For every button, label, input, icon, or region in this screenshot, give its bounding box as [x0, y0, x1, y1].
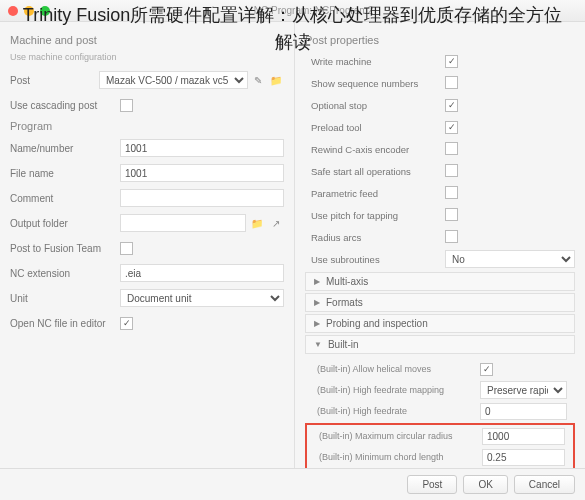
chevron-down-icon: ▼: [314, 340, 322, 349]
radius-label: Radius arcs: [305, 232, 445, 243]
comment-row: Comment: [10, 188, 284, 208]
team-checkbox[interactable]: [120, 242, 133, 255]
safestart-label: Safe start all operations: [305, 166, 445, 177]
unit-label: Unit: [10, 293, 120, 304]
chevron-right-icon: ▶: [314, 298, 320, 307]
accordion-builtin[interactable]: ▼Built-in: [305, 335, 575, 354]
file-input[interactable]: [120, 164, 284, 182]
comment-input[interactable]: [120, 189, 284, 207]
file-row: File name: [10, 163, 284, 183]
bi-feedmap-select[interactable]: Preserve rapid moven: [480, 381, 567, 399]
writemach-label: Write machine: [305, 56, 445, 67]
subr-select[interactable]: No: [445, 250, 575, 268]
subr-label: Use subroutines: [305, 254, 445, 265]
open-label: Open NC file in editor: [10, 318, 120, 329]
rewind-checkbox[interactable]: [445, 142, 458, 155]
browse-folder-icon[interactable]: 📁: [249, 215, 265, 231]
accordion-formats[interactable]: ▶Formats: [305, 293, 575, 312]
accordion-formats-label: Formats: [326, 297, 363, 308]
param-checkbox[interactable]: [445, 186, 458, 199]
bi-highfeed-input[interactable]: [480, 403, 567, 420]
comment-label: Comment: [10, 193, 120, 204]
team-label: Post to Fusion Team: [10, 243, 120, 254]
dialog-content: Machine and post Use machine configurati…: [0, 22, 585, 468]
name-label: Name/number: [10, 143, 120, 154]
highlighted-settings: (Built-in) Maximum circular radius (Buil…: [305, 423, 575, 468]
post-label: Post: [10, 75, 99, 86]
accordion-probing-label: Probing and inspection: [326, 318, 428, 329]
preload-checkbox[interactable]: [445, 121, 458, 134]
bi-maxrad-input[interactable]: [482, 428, 565, 445]
output-label: Output folder: [10, 218, 120, 229]
program-section-title: Program: [10, 120, 284, 132]
right-panel: Post properties Write machine Show seque…: [295, 22, 585, 468]
safestart-checkbox[interactable]: [445, 164, 458, 177]
bi-helical-checkbox[interactable]: [480, 363, 493, 376]
cancel-button[interactable]: Cancel: [514, 475, 575, 494]
team-row: Post to Fusion Team: [10, 238, 284, 258]
showseq-checkbox[interactable]: [445, 76, 458, 89]
open-folder-icon[interactable]: ↗: [268, 215, 284, 231]
ok-button[interactable]: OK: [463, 475, 507, 494]
output-row: Output folder 📁 ↗: [10, 213, 284, 233]
open-row: Open NC file in editor: [10, 313, 284, 333]
accordion-multiaxis-label: Multi-axis: [326, 276, 368, 287]
folder-icon[interactable]: 📁: [268, 72, 284, 88]
bi-helical-label: (Built-in) Allow helical moves: [305, 364, 480, 374]
button-bar: Post OK Cancel: [0, 468, 585, 500]
output-input[interactable]: [120, 214, 246, 232]
left-panel: Machine and post Use machine configurati…: [0, 22, 295, 468]
ext-row: NC extension: [10, 263, 284, 283]
bi-feedmap-label: (Built-in) High feedrate mapping: [305, 385, 480, 395]
cascading-row: Use cascading post: [10, 95, 284, 115]
cascading-checkbox[interactable]: [120, 99, 133, 112]
rewind-label: Rewind C-axis encoder: [305, 144, 445, 155]
post-button[interactable]: Post: [407, 475, 457, 494]
overlay-heading: Trinity Fusion所需硬件配置详解：从核心处理器到优质存储的全方位解读: [20, 2, 565, 56]
radius-checkbox[interactable]: [445, 230, 458, 243]
optstop-label: Optional stop: [305, 100, 445, 111]
chevron-right-icon: ▶: [314, 277, 320, 286]
pitch-checkbox[interactable]: [445, 208, 458, 221]
cascading-label: Use cascading post: [10, 100, 120, 111]
bi-highfeed-label: (Built-in) High feedrate: [305, 406, 480, 416]
showseq-label: Show sequence numbers: [305, 78, 445, 89]
optstop-checkbox[interactable]: [445, 99, 458, 112]
unit-row: Unit Document unit: [10, 288, 284, 308]
post-select[interactable]: Mazak VC-500 / mazak vc5: [99, 71, 248, 89]
pitch-label: Use pitch for tapping: [305, 210, 445, 221]
ext-label: NC extension: [10, 268, 120, 279]
dialog-window: NC Program: NCProgram2 Machine and post …: [0, 0, 585, 500]
accordion-multiaxis[interactable]: ▶Multi-axis: [305, 272, 575, 291]
preload-label: Preload tool: [305, 122, 445, 133]
file-label: File name: [10, 168, 120, 179]
accordion-probing[interactable]: ▶Probing and inspection: [305, 314, 575, 333]
name-input[interactable]: [120, 139, 284, 157]
name-row: Name/number: [10, 138, 284, 158]
param-label: Parametric feed: [305, 188, 445, 199]
close-icon[interactable]: [8, 6, 18, 16]
writemach-checkbox[interactable]: [445, 55, 458, 68]
post-row: Post Mazak VC-500 / mazak vc5 ✎ 📁: [10, 70, 284, 90]
ext-input[interactable]: [120, 264, 284, 282]
bi-minchord-input[interactable]: [482, 449, 565, 466]
builtin-content: (Built-in) Allow helical moves (Built-in…: [305, 356, 575, 468]
open-checkbox[interactable]: [120, 317, 133, 330]
bi-minchord-label: (Built-in) Minimum chord length: [307, 452, 482, 462]
bi-maxrad-label: (Built-in) Maximum circular radius: [307, 431, 482, 441]
unit-select[interactable]: Document unit: [120, 289, 284, 307]
edit-icon[interactable]: ✎: [250, 72, 266, 88]
accordion-builtin-label: Built-in: [328, 339, 359, 350]
chevron-right-icon: ▶: [314, 319, 320, 328]
